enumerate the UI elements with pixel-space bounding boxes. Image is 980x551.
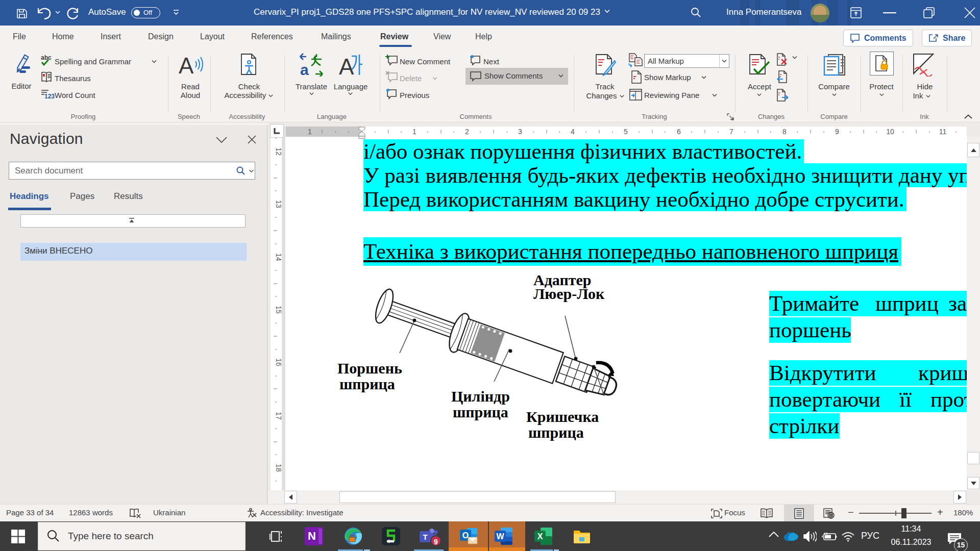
svg-text:8: 8 bbox=[782, 128, 787, 136]
svg-text:6: 6 bbox=[677, 128, 681, 136]
svg-text:15: 15 bbox=[275, 306, 282, 314]
svg-text:1: 1 bbox=[308, 128, 312, 136]
svg-text:18: 18 bbox=[275, 464, 282, 472]
svg-text:T: T bbox=[423, 533, 427, 541]
svg-text:10: 10 bbox=[886, 128, 894, 136]
svg-text:3: 3 bbox=[518, 128, 522, 136]
svg-text:7: 7 bbox=[729, 128, 733, 136]
svg-text:9: 9 bbox=[835, 128, 839, 136]
svg-text:4: 4 bbox=[571, 128, 575, 136]
svg-text:14: 14 bbox=[275, 253, 282, 261]
svg-text:A: A bbox=[339, 54, 354, 77]
svg-text:17: 17 bbox=[275, 412, 282, 420]
svg-text:16: 16 bbox=[275, 358, 282, 366]
svg-text:O: O bbox=[462, 531, 469, 540]
svg-text:5: 5 bbox=[624, 128, 628, 136]
svg-text:123: 123 bbox=[44, 93, 55, 100]
svg-text:11: 11 bbox=[939, 128, 947, 136]
svg-text:abc: abc bbox=[41, 54, 52, 61]
svg-text:12: 12 bbox=[275, 147, 282, 156]
svg-text:X: X bbox=[537, 532, 543, 541]
svg-text:1: 1 bbox=[412, 128, 416, 136]
svg-text:A: A bbox=[179, 53, 194, 77]
svg-text:W: W bbox=[496, 532, 504, 541]
svg-text:a: a bbox=[300, 61, 309, 77]
svg-text:13: 13 bbox=[275, 200, 282, 208]
svg-text:2: 2 bbox=[465, 128, 469, 136]
